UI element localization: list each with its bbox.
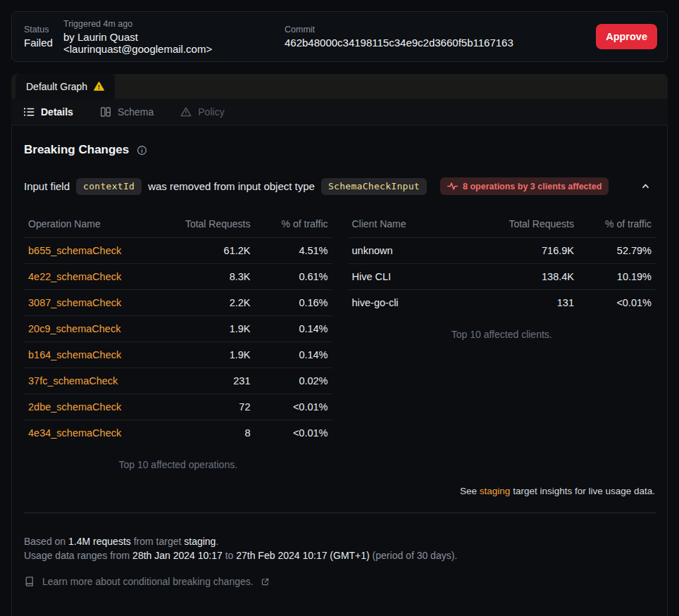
learn-more-label: Learn more about conditional breaking ch…: [42, 576, 254, 587]
tab-default-graph[interactable]: Default Graph: [15, 74, 115, 99]
usage-line-1: Based on 1.4M requests from target stagi…: [24, 534, 656, 548]
affected-badge-label: 8 operations by 3 clients affected: [463, 182, 602, 191]
usage-request-count: 1.4M requests: [68, 536, 131, 547]
col-total-requests: Total Requests: [169, 212, 255, 238]
operation-requests: 8: [169, 420, 255, 446]
status-value: Failed: [24, 37, 63, 49]
details-panel: Breaking Changes Input field contextId w…: [11, 125, 668, 616]
operation-link[interactable]: 4e22_schemaCheck: [24, 264, 169, 290]
operation-traffic: 0.14%: [255, 316, 332, 342]
tab-policy-label: Policy: [198, 106, 224, 118]
usage-line1-mid: from target: [131, 536, 184, 547]
table-row: 37fc_schemaCheck 231 0.02%: [24, 368, 332, 394]
client-name: hive-go-cli: [348, 290, 493, 316]
usage-line-2: Usage data ranges from 28th Jan 2024 10:…: [24, 548, 656, 562]
check-view-toolbar: Details Schema Policy: [11, 99, 668, 125]
table-row: Hive CLI 138.4K 10.19%: [348, 264, 656, 290]
clients-caption: Top 10 affected clients.: [348, 329, 656, 340]
insights-post: target insights for live usage data.: [510, 486, 655, 496]
staging-target-link[interactable]: staging: [480, 486, 511, 496]
tab-default-graph-label: Default Graph: [26, 81, 87, 92]
operation-requests: 1.9K: [169, 342, 255, 368]
change-text-part2: was removed from input object type: [148, 180, 315, 192]
triggered-column: Triggered 4m ago by Laurin Quast <laurin…: [63, 19, 285, 55]
insights-note: See staging target insights for live usa…: [24, 486, 656, 496]
change-text-part1: Input field: [24, 180, 70, 192]
policy-warning-icon: [180, 106, 192, 118]
operation-link[interactable]: 20c9_schemaCheck: [24, 316, 169, 342]
col-traffic: % of traffic: [578, 212, 656, 238]
client-requests: 716.9K: [492, 238, 578, 264]
triggered-by-value: by Laurin Quast <laurinquast@googlemail.…: [63, 31, 285, 55]
client-traffic: 52.79%: [578, 238, 656, 264]
operation-link[interactable]: 2dbe_schemaCheck: [24, 394, 169, 420]
table-row: 4e22_schemaCheck 8.3K 0.61%: [24, 264, 332, 290]
operation-traffic: <0.01%: [255, 394, 332, 420]
operation-traffic: <0.01%: [255, 420, 332, 446]
client-requests: 131: [492, 290, 578, 316]
learn-more-link[interactable]: Learn more about conditional breaking ch…: [24, 576, 656, 587]
status-label: Status: [24, 25, 63, 34]
breaking-change-row[interactable]: Input field contextId was removed from i…: [24, 177, 656, 195]
client-traffic: 10.19%: [578, 264, 656, 290]
change-field-chip: contextId: [76, 178, 142, 195]
insights-pre: See: [460, 486, 480, 496]
schema-columns-icon: [100, 106, 111, 118]
check-summary-card: Status Failed Triggered 4m ago by Laurin…: [11, 11, 668, 62]
tab-policy[interactable]: Policy: [180, 106, 224, 118]
col-traffic: % of traffic: [255, 212, 332, 238]
operation-link[interactable]: 4e34_schemaCheck: [24, 420, 169, 446]
operation-link[interactable]: 3087_schemaCheck: [24, 290, 169, 316]
affected-tables: Operation Name Total Requests % of traff…: [24, 212, 656, 470]
clients-table: Client Name Total Requests % of traffic …: [348, 212, 656, 316]
status-column: Status Failed: [24, 25, 63, 49]
operation-traffic: 0.02%: [255, 368, 332, 394]
usage-target-name: staging: [184, 536, 216, 547]
usage-line1-pre: Based on: [24, 536, 68, 547]
chevron-up-icon[interactable]: [637, 178, 654, 194]
operation-link[interactable]: 37fc_schemaCheck: [24, 368, 169, 394]
client-traffic: <0.01%: [578, 290, 656, 316]
section-divider: [24, 513, 656, 513]
table-row: b655_schemaCheck 61.2K 4.51%: [24, 238, 332, 264]
usage-line2-end: (period of 30 days).: [370, 550, 458, 561]
operations-header-row: Operation Name Total Requests % of traff…: [24, 212, 332, 238]
operation-link[interactable]: b655_schemaCheck: [24, 238, 169, 264]
col-operation-name: Operation Name: [24, 212, 169, 238]
tab-details-label: Details: [41, 106, 73, 118]
triggered-label: Triggered 4m ago: [63, 19, 285, 29]
operations-column: Operation Name Total Requests % of traff…: [24, 212, 332, 470]
col-total-requests: Total Requests: [492, 212, 578, 238]
usage-range-start: 28th Jan 2024 10:17: [132, 550, 223, 561]
operation-requests: 61.2K: [169, 238, 255, 264]
table-row: 2dbe_schemaCheck 72 <0.01%: [24, 394, 332, 420]
operation-traffic: 4.51%: [255, 238, 332, 264]
commit-column: Commit 462b48000c34198115c34e9c2d3660f5b…: [285, 25, 596, 49]
operation-requests: 231: [169, 368, 255, 394]
graph-tab-strip: Default Graph: [11, 74, 668, 99]
operation-requests: 8.3K: [169, 264, 255, 290]
usage-info: Based on 1.4M requests from target stagi…: [24, 534, 656, 563]
client-name: unknown: [348, 238, 493, 264]
table-row: 20c9_schemaCheck 1.9K 0.14%: [24, 316, 332, 342]
client-name: Hive CLI: [348, 264, 493, 290]
breaking-changes-header: Breaking Changes: [24, 143, 656, 157]
usage-line1-end: .: [216, 536, 218, 547]
approve-button[interactable]: Approve: [596, 24, 657, 49]
operation-link[interactable]: b164_schemaCheck: [24, 342, 169, 368]
clients-column: Client Name Total Requests % of traffic …: [348, 212, 656, 470]
change-type-chip: SchemaCheckInput: [321, 178, 427, 195]
affected-operations-badge[interactable]: 8 operations by 3 clients affected: [440, 177, 609, 195]
operations-table: Operation Name Total Requests % of traff…: [24, 212, 332, 446]
breaking-changes-title: Breaking Changes: [24, 143, 129, 157]
usage-line2-pre: Usage data ranges from: [24, 550, 132, 561]
external-link-icon: [261, 577, 270, 586]
table-row: hive-go-cli 131 <0.01%: [348, 290, 656, 316]
info-icon[interactable]: [137, 145, 147, 156]
tab-details[interactable]: Details: [23, 106, 73, 118]
operation-requests: 1.9K: [169, 316, 255, 342]
book-icon: [24, 576, 35, 587]
client-requests: 138.4K: [492, 264, 578, 290]
commit-label: Commit: [285, 25, 596, 34]
tab-schema[interactable]: Schema: [100, 106, 154, 118]
